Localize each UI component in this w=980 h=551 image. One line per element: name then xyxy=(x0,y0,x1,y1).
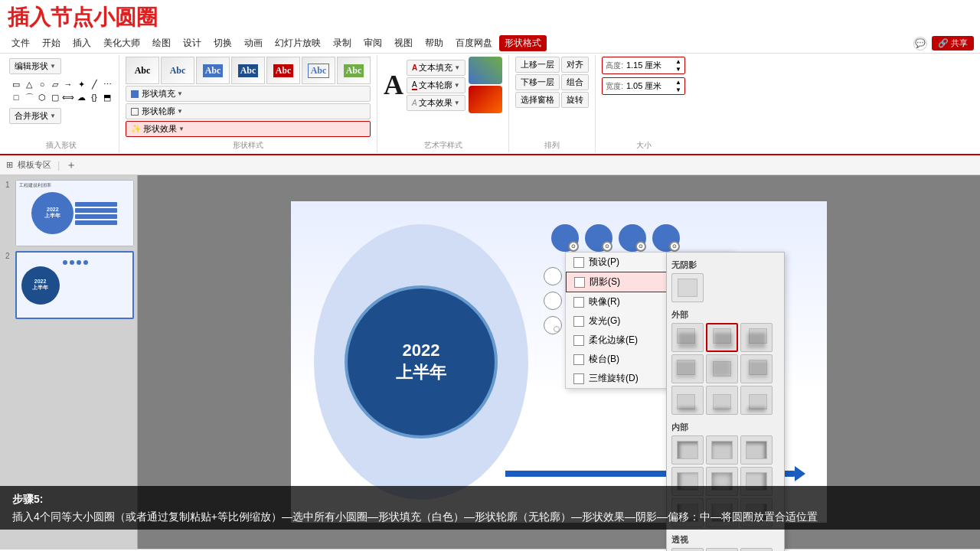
text-outline-btn[interactable]: A 文本轮廓 ▼ xyxy=(407,77,466,93)
3d-rotate-checkbox xyxy=(573,373,584,384)
comment-icon[interactable]: 💬 xyxy=(913,37,927,51)
outer-cell-3[interactable] xyxy=(740,323,773,352)
width-value[interactable]: 1.05 厘米 xyxy=(626,80,672,92)
menu-help[interactable]: 帮助 xyxy=(420,35,449,51)
shape-arrow[interactable]: → xyxy=(61,78,75,90)
slide1-thumb[interactable]: 工程建设利润率 2022上半年 xyxy=(15,180,134,246)
no-shadow-cell[interactable] xyxy=(671,273,704,302)
menu-slideshow[interactable]: 幻灯片放映 xyxy=(270,35,326,51)
height-value[interactable]: 1.15 厘米 xyxy=(626,60,672,71)
shape-line[interactable]: ╱ xyxy=(87,78,101,90)
shape-brace[interactable]: {} xyxy=(87,91,101,103)
merge-shapes-btn[interactable]: 合并形状 ▼ xyxy=(9,108,61,124)
outer-cell-4[interactable] xyxy=(671,354,704,383)
add-tab-btn[interactable]: ＋ xyxy=(66,158,77,172)
shape-rect[interactable]: ▭ xyxy=(9,78,23,90)
width-down-btn[interactable]: ▼ xyxy=(675,86,681,93)
outline-indicator xyxy=(131,108,139,116)
3d-rotate-label: 三维旋转(D) xyxy=(589,372,639,385)
blue-dot-2: ⊙ xyxy=(585,224,612,252)
text-effect-btn[interactable]: A 文本效果 ▼ xyxy=(407,95,466,111)
style-thumb-3[interactable]: Abc xyxy=(196,57,230,84)
inner-cell-2[interactable] xyxy=(706,435,738,465)
edit-shape-btn[interactable]: 编辑形状 ▼ xyxy=(9,58,61,74)
menu-start[interactable]: 开始 xyxy=(37,35,66,51)
shape-effect-btn[interactable]: ✨ 形状效果 ▼ xyxy=(126,121,371,137)
big-circle-outer: 2022 上半年 xyxy=(314,224,528,500)
outer-cell-9[interactable] xyxy=(740,386,773,415)
slide2-thumb[interactable]: 2022上半年 xyxy=(15,251,134,319)
blue-dot-4: ⊙ xyxy=(652,224,680,252)
shape-circle[interactable]: ○ xyxy=(35,78,49,90)
shape-tri[interactable]: △ xyxy=(22,78,36,90)
shape-more[interactable]: ⋯ xyxy=(100,78,114,90)
shape-sq[interactable]: □ xyxy=(9,91,23,103)
height-input-row: 高度: 1.15 厘米 ▲ ▼ xyxy=(602,57,685,74)
soft-edge-label: 柔化边缘(E) xyxy=(589,334,638,347)
menu-baidu[interactable]: 百度网盘 xyxy=(450,35,498,51)
inner-cell-3[interactable] xyxy=(740,435,773,465)
align-btn[interactable]: 对齐 xyxy=(561,57,589,73)
rotate-btn[interactable]: 旋转 xyxy=(561,92,589,108)
toolbar-insert-shape: 编辑形状 ▼ ▭ △ ○ ▱ → ✦ ╱ ⋯ □ ⌒ ⬡ ▢ ⟺ ☁ {} ⬒ xyxy=(3,55,119,152)
trans-cell-1[interactable] xyxy=(671,548,704,551)
height-down-btn[interactable]: ▼ xyxy=(675,66,681,73)
slide2-dots xyxy=(63,260,88,265)
slide2-circle: 2022上半年 xyxy=(21,266,60,305)
insert-shape-group-label: 插入形状 xyxy=(46,139,77,151)
menu-design[interactable]: 设计 xyxy=(178,35,207,51)
style-thumb-1[interactable]: Abc xyxy=(126,57,159,84)
outer-cell-6[interactable] xyxy=(740,354,773,383)
fill-caret: ▼ xyxy=(177,90,183,97)
size-label: 大小 xyxy=(636,139,652,151)
shape-rnd[interactable]: ▢ xyxy=(48,91,62,103)
shape-fill-btn[interactable]: 形状填充 ▼ xyxy=(126,86,371,102)
menu-shape-format[interactable]: 形状格式 xyxy=(499,35,547,51)
outer-cell-1[interactable] xyxy=(671,323,704,352)
shape-curve[interactable]: ⌒ xyxy=(22,91,36,103)
shape-cloud[interactable]: ☁ xyxy=(74,91,88,103)
menu-file[interactable]: 文件 xyxy=(6,35,35,51)
style-thumb-4[interactable]: Abc xyxy=(231,57,265,84)
shape-hex[interactable]: ⬡ xyxy=(35,91,49,103)
up-layer-btn[interactable]: 上移一层 xyxy=(515,57,560,73)
menu-record[interactable]: 录制 xyxy=(328,35,357,51)
down-layer-btn[interactable]: 下移一层 xyxy=(515,74,560,90)
shape-tab[interactable]: ⬒ xyxy=(100,91,114,103)
selection-pane-btn[interactable]: 选择窗格 xyxy=(515,92,560,108)
shape-dbl[interactable]: ⟺ xyxy=(61,91,75,103)
bevel-checkbox xyxy=(573,354,584,365)
text-fill-btn[interactable]: A 文本填充 ▼ xyxy=(407,60,466,76)
height-up-btn[interactable]: ▲ xyxy=(675,58,681,65)
share-button[interactable]: 🔗 共享 xyxy=(932,36,974,51)
outer-cell-5[interactable] xyxy=(706,354,738,383)
outer-cell-8[interactable] xyxy=(706,386,738,415)
menu-draw[interactable]: 绘图 xyxy=(147,35,176,51)
shape-outline-btn[interactable]: 形状轮廓 ▼ xyxy=(126,103,371,119)
view-label: 模板专区 xyxy=(18,159,51,171)
instruction-text: 插入4个同等大小圆圈（或者通过复制粘贴+等比例缩放）—选中所有小圆圈—形状填充（… xyxy=(12,508,968,525)
outer-cell-7[interactable] xyxy=(671,386,704,415)
trans-cell-2[interactable] xyxy=(706,548,738,551)
preset-label: 预设(P) xyxy=(589,256,619,269)
menu-beautify[interactable]: 美化大师 xyxy=(98,35,145,51)
shape-para[interactable]: ▱ xyxy=(48,78,62,90)
inner-cell-1[interactable] xyxy=(671,435,704,465)
view-icon: ⊞ xyxy=(6,160,13,170)
width-input-row: 宽度: 1.05 厘米 ▲ ▼ xyxy=(602,77,685,95)
style-thumb-6[interactable]: Abc xyxy=(302,57,335,84)
menu-insert[interactable]: 插入 xyxy=(67,35,96,51)
menu-review[interactable]: 审阅 xyxy=(358,35,387,51)
menu-animation[interactable]: 动画 xyxy=(239,35,268,51)
shape-star[interactable]: ✦ xyxy=(74,78,88,90)
outer-cell-2[interactable] xyxy=(706,323,738,352)
group-btn[interactable]: 组合 xyxy=(561,74,589,90)
style-thumb-7[interactable]: Abc xyxy=(337,57,371,84)
trans-cell-3[interactable] xyxy=(740,548,773,551)
menu-switch[interactable]: 切换 xyxy=(208,35,237,51)
width-up-btn[interactable]: ▲ xyxy=(675,79,681,86)
height-label: 高度: xyxy=(606,60,623,71)
style-thumb-5[interactable]: Abc xyxy=(266,57,300,84)
style-thumb-2[interactable]: Abc xyxy=(161,57,194,84)
menu-view[interactable]: 视图 xyxy=(389,35,418,51)
